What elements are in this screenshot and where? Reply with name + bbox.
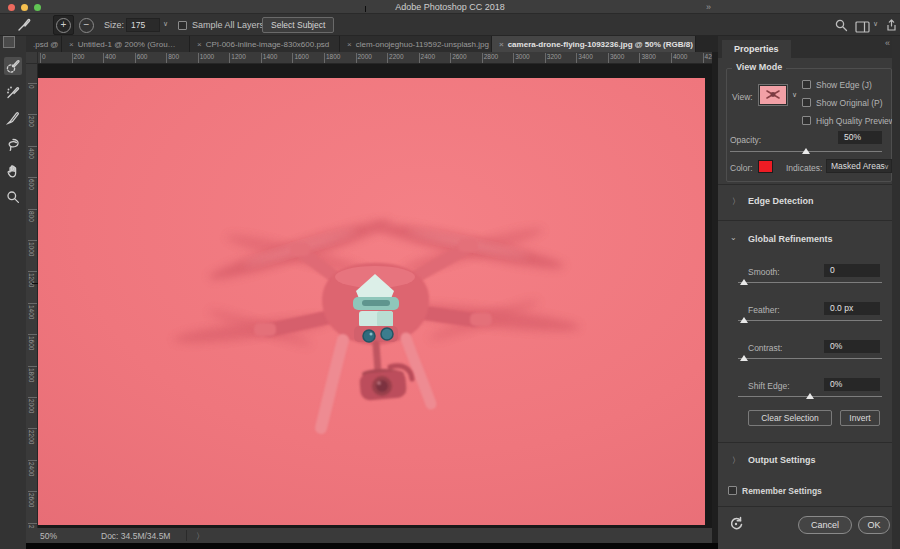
opacity-label: Opacity:: [730, 135, 761, 145]
cancel-button[interactable]: Cancel: [798, 516, 852, 534]
properties-panel: Properties « View Mode View: ∨ Show Edge…: [718, 36, 900, 549]
global-refinements-header[interactable]: Global Refinements: [748, 234, 833, 244]
feather-slider-thumb[interactable]: [740, 317, 748, 323]
opacity-slider[interactable]: [730, 151, 882, 152]
status-divider: [186, 530, 187, 541]
edge-detection-disclosure-icon[interactable]: 〉: [732, 196, 740, 207]
shift-edge-label: Shift Edge:: [748, 381, 790, 391]
tab-overflow-icon[interactable]: »: [706, 2, 711, 12]
tab-document-4[interactable]: × clem-onojeghuo-119592-unsplash.jpg: [340, 36, 492, 52]
collapse-panel-icon[interactable]: «: [885, 38, 890, 48]
tool-preset-icon: [3, 36, 15, 48]
window-title: Adobe Photoshop CC 2018: [0, 2, 900, 12]
tab-document-2[interactable]: × Untitled-1 @ 200% (Grou…: [62, 36, 190, 52]
ruler-label: 3200: [547, 53, 561, 60]
close-tab-icon[interactable]: ×: [347, 40, 352, 49]
quick-selection-tool-button[interactable]: [4, 57, 22, 75]
smooth-value-field[interactable]: 0: [824, 264, 880, 277]
add-to-selection-button[interactable]: +: [56, 18, 71, 33]
feather-label: Feather:: [748, 305, 780, 315]
contrast-slider[interactable]: [738, 358, 882, 359]
output-settings-header[interactable]: Output Settings: [748, 455, 816, 465]
tab-document-1[interactable]: .psd @ …: [26, 36, 62, 52]
ruler-label: 800: [168, 53, 179, 60]
ruler-label: 2200: [389, 53, 403, 60]
show-edge-checkbox[interactable]: [802, 80, 811, 89]
ruler-label: 2800: [484, 53, 498, 60]
show-edge-label: Show Edge (J): [816, 80, 872, 90]
section-divider: [718, 442, 900, 443]
shift-edge-slider[interactable]: [738, 396, 882, 397]
share-icon[interactable]: [884, 18, 900, 34]
ruler-label: 1600: [28, 336, 35, 350]
tab-document-active[interactable]: × camera-drone-flying-1093236.jpg @ 50% …: [492, 36, 696, 52]
subtract-from-selection-button[interactable]: −: [79, 18, 94, 33]
refine-edge-brush-tool-button[interactable]: [4, 83, 22, 101]
high-quality-preview-checkbox[interactable]: [802, 116, 811, 125]
shift-edge-value-field[interactable]: 0%: [824, 378, 880, 391]
feather-slider[interactable]: [738, 320, 882, 321]
output-settings-disclosure-icon[interactable]: 〉: [732, 455, 740, 466]
ruler-label: 2600: [452, 53, 466, 60]
search-icon[interactable]: [834, 18, 850, 34]
tab-document-3[interactable]: × CPI-006-inline-image-830x600.psd: [190, 36, 340, 52]
tab-label: Untitled-1 @ 200% (Grou…: [78, 40, 176, 49]
ruler-corner: [26, 52, 38, 64]
view-mode-thumbnail[interactable]: [758, 84, 788, 106]
global-refinements-disclosure-icon[interactable]: ⌄: [730, 233, 737, 242]
ruler-label: 1400: [28, 305, 35, 319]
ruler-label: 600: [28, 179, 35, 190]
indicates-dropdown[interactable]: Masked Areas: [826, 159, 892, 173]
ruler-label: 200: [74, 53, 85, 60]
ruler-label: 1200: [28, 273, 35, 287]
drone-image-with-mask-overlay[interactable]: dji: [38, 78, 705, 525]
opacity-slider-thumb[interactable]: [802, 148, 810, 154]
ruler-label: 3400: [578, 53, 592, 60]
ok-button[interactable]: OK: [858, 516, 890, 534]
reset-workspace-icon[interactable]: [728, 516, 744, 536]
workspace-layout-icon[interactable]: [855, 19, 871, 35]
zoom-level[interactable]: 50%: [40, 531, 57, 541]
document-tab-bar: .psd @ … × Untitled-1 @ 200% (Grou… × CP…: [26, 36, 718, 52]
ruler-label: 2400: [28, 462, 35, 476]
ruler-cursor-mark-horizontal: [365, 6, 366, 12]
close-tab-icon[interactable]: ×: [197, 40, 202, 49]
brush-size-input[interactable]: 175: [126, 18, 160, 32]
clear-selection-button[interactable]: Clear Selection: [748, 410, 832, 426]
show-original-checkbox[interactable]: [802, 98, 811, 107]
remember-settings-checkbox[interactable]: [728, 486, 737, 495]
contrast-slider-thumb[interactable]: [740, 355, 748, 361]
smooth-slider-thumb[interactable]: [740, 279, 748, 285]
close-tab-icon[interactable]: ×: [499, 40, 504, 49]
edge-detection-header[interactable]: Edge Detection: [748, 196, 814, 206]
mask-color-swatch[interactable]: [758, 160, 773, 173]
invert-button[interactable]: Invert: [840, 410, 880, 426]
zoom-tool-button[interactable]: [4, 188, 22, 206]
feather-value-field[interactable]: 0.0 px: [824, 302, 880, 315]
ruler-label: 4200: [705, 53, 712, 60]
ruler-label: 1000: [28, 242, 35, 256]
shift-edge-slider-thumb[interactable]: [806, 393, 814, 399]
smooth-slider[interactable]: [738, 282, 882, 283]
vertical-ruler[interactable]: 0200400600800100012001400160018002000220…: [26, 64, 38, 528]
close-tab-icon[interactable]: ×: [69, 40, 74, 49]
status-chevron-icon[interactable]: 〉: [196, 531, 205, 543]
lasso-tool-button[interactable]: [4, 135, 22, 153]
horizontal-ruler[interactable]: 0200400600800100012001400160018002000220…: [38, 52, 712, 64]
indicates-chevron-icon[interactable]: ∨: [884, 163, 889, 171]
indicates-label: Indicates:: [786, 163, 822, 173]
size-label: Size:: [104, 20, 124, 30]
view-dropdown-chevron-icon[interactable]: ∨: [792, 91, 797, 99]
size-dropdown-chevron-icon[interactable]: ∨: [163, 20, 168, 28]
opacity-value-field[interactable]: 50%: [838, 131, 882, 144]
properties-tab[interactable]: Properties: [722, 40, 791, 58]
hand-tool-button[interactable]: [4, 162, 22, 180]
workspace-chevron-icon[interactable]: ∨: [873, 20, 878, 28]
document-status-bar: 50% Doc: 34.5M/34.5M 〉: [26, 528, 712, 543]
select-subject-button[interactable]: Select Subject: [262, 17, 334, 33]
contrast-value-field[interactable]: 0%: [824, 340, 880, 353]
canvas-area[interactable]: dji: [38, 64, 712, 528]
brush-tool-button[interactable]: [4, 109, 22, 127]
sample-all-layers-checkbox[interactable]: [178, 21, 187, 30]
ruler-label: 1200: [231, 53, 245, 60]
